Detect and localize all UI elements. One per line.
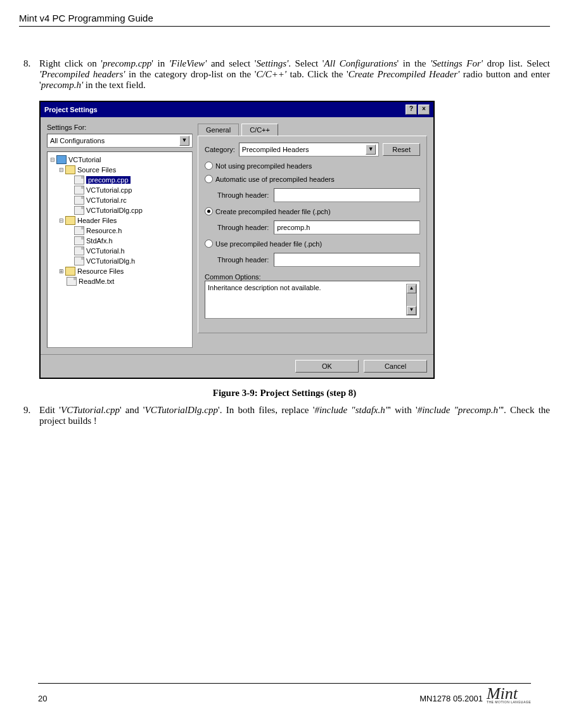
settings-for-combo[interactable]: All Configurations▼ — [47, 134, 193, 148]
through-create-input[interactable]: precomp.h — [274, 220, 420, 234]
settings-for-label: Settings For: — [47, 124, 193, 131]
dialog-titlebar: Project Settings ? × — [41, 102, 433, 117]
chevron-down-icon[interactable]: ▼ — [366, 144, 376, 155]
project-tree[interactable]: ⊟VCTutorial ⊟Source Files precomp.cpp VC… — [47, 151, 193, 348]
tree-sel-precomp[interactable]: precomp.cpp — [86, 176, 131, 184]
opt-use[interactable]: Use precompiled header file (.pch) — [205, 239, 420, 248]
scrollbar[interactable]: ▲▼ — [406, 284, 417, 316]
project-settings-dialog: Project Settings ? × Settings For: All C… — [39, 101, 435, 379]
page-number: 20 — [38, 694, 47, 703]
tab-general[interactable]: General — [198, 124, 239, 136]
category-label: Category: — [205, 146, 235, 153]
doc-header: Mint v4 PC Programming Guide — [19, 13, 550, 27]
opt-not-using[interactable]: Not using precompiled headers — [205, 162, 420, 170]
help-icon[interactable]: ? — [406, 105, 417, 115]
step-8: Right click on 'precomp.cpp' in 'FileVie… — [33, 58, 550, 91]
chevron-down-icon[interactable]: ▼ — [179, 136, 189, 146]
figure-caption: Figure 3-9: Project Settings (step 8) — [19, 388, 550, 399]
footer-code: MN1278 05.2001 — [419, 694, 483, 703]
category-combo[interactable]: Precompiled Headers▼ — [239, 143, 380, 156]
common-options-box: Inheritance description not available. ▲… — [205, 281, 420, 319]
through-use-input — [274, 253, 420, 267]
opt-auto[interactable]: Automatic use of precompiled headers — [205, 175, 420, 183]
common-options-label: Common Options: — [205, 273, 420, 281]
mint-logo: Mint THE MOTION LANGUAGE — [487, 687, 531, 703]
page-footer: 20 MN1278 05.2001 Mint THE MOTION LANGUA… — [38, 683, 531, 703]
reset-button[interactable]: Reset — [383, 143, 420, 156]
ok-button[interactable]: OK — [295, 360, 359, 373]
dialog-title: Project Settings — [44, 106, 98, 113]
through-auto-input — [274, 188, 420, 202]
tab-ccpp[interactable]: C/C++ — [241, 124, 278, 136]
close-icon[interactable]: × — [418, 105, 430, 115]
step-9: Edit 'VCTutorial.cpp' and 'VCTutorialDlg… — [33, 405, 550, 426]
opt-create[interactable]: Create precompiled header file (.pch) — [205, 207, 420, 215]
cancel-button[interactable]: Cancel — [364, 360, 427, 373]
